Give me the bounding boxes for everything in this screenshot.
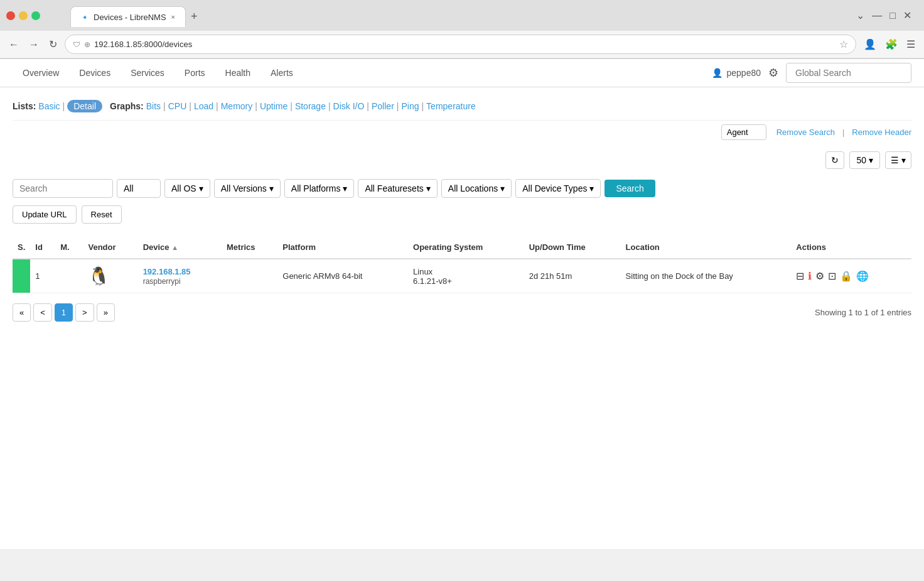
col-device[interactable]: Device ▲: [138, 236, 222, 259]
all-os-dropdown[interactable]: All OS ▾: [164, 179, 210, 198]
search-input[interactable]: [13, 179, 113, 198]
current-page-button[interactable]: 1: [55, 303, 73, 322]
new-tab-button[interactable]: +: [187, 6, 201, 27]
graph-temperature-link[interactable]: Temperature: [426, 101, 476, 111]
all-locations-label: All Locations: [448, 183, 498, 193]
close-icon[interactable]: ✕: [903, 9, 911, 21]
graph-cpu-link[interactable]: CPU: [168, 101, 187, 111]
minimize-icon[interactable]: —: [872, 10, 882, 21]
graphs-label: Graphs:: [110, 101, 144, 111]
global-search-input[interactable]: [786, 63, 911, 83]
graph-memory-link[interactable]: Memory: [221, 101, 253, 111]
graph-diskio-link[interactable]: Disk I/O: [333, 101, 365, 111]
sort-device-icon: ▲: [171, 244, 178, 251]
lock-icon[interactable]: 🔒: [840, 270, 852, 282]
all-platforms-label: All Platforms: [291, 183, 341, 193]
bookmark-button[interactable]: ☆: [839, 38, 848, 50]
pagination-row: « < 1 > » Showing 1 to 1 of 1 entries: [13, 293, 911, 324]
last-page-button[interactable]: »: [97, 303, 115, 322]
prev-page-button[interactable]: <: [33, 303, 52, 322]
back-button[interactable]: ←: [6, 36, 21, 53]
device-overview-icon[interactable]: ⊟: [796, 270, 804, 282]
search-button[interactable]: Search: [604, 180, 655, 197]
first-page-button[interactable]: «: [13, 303, 31, 322]
graph-bits-link[interactable]: Bits: [146, 101, 161, 111]
graph-ping-link[interactable]: Ping: [401, 101, 419, 111]
username: peppe80: [726, 68, 761, 78]
all-featuresets-label: All Featuresets: [365, 183, 423, 193]
filter-row: All All OS ▾ All Versions ▾ All Platform…: [13, 174, 911, 203]
col-platform: Platform: [277, 236, 408, 259]
device-ip-link[interactable]: 192.168.1.85: [143, 267, 217, 276]
user-menu-button[interactable]: 👤 peppe80: [712, 68, 761, 78]
sep1: |: [63, 101, 65, 111]
showing-text: Showing 1 to 1 of 1 entries: [815, 308, 911, 317]
next-page-button[interactable]: >: [75, 303, 94, 322]
nav-overview[interactable]: Overview: [13, 59, 69, 87]
sep9: |: [397, 101, 399, 111]
per-page-button[interactable]: 50 ▾: [849, 151, 880, 169]
remove-search-link[interactable]: Remove Search: [776, 128, 835, 137]
nav-ports[interactable]: Ports: [175, 59, 215, 87]
device-settings-icon[interactable]: ⚙: [815, 270, 824, 282]
reload-button[interactable]: ↻: [46, 36, 60, 53]
forward-button[interactable]: →: [26, 36, 41, 53]
graph-storage-link[interactable]: Storage: [295, 101, 326, 111]
columns-button[interactable]: ☰ ▾: [885, 151, 911, 169]
menu-button[interactable]: ☰: [904, 36, 918, 53]
close-window-button[interactable]: [6, 11, 15, 20]
close-tab-button[interactable]: ×: [170, 13, 176, 21]
remove-header-link[interactable]: Remove Header: [852, 128, 911, 137]
graph-load-link[interactable]: Load: [194, 101, 213, 111]
nav-health[interactable]: Health: [215, 59, 261, 87]
shield-icon: 🛡: [73, 40, 80, 49]
col-metrics: Metrics: [222, 236, 277, 259]
col-id: Id: [30, 236, 55, 259]
nav-alerts[interactable]: Alerts: [261, 59, 303, 87]
firefox-account-button[interactable]: 👤: [861, 36, 879, 53]
graph-uptime-link[interactable]: Uptime: [260, 101, 287, 111]
list-detail-link[interactable]: Detail: [67, 100, 102, 112]
sep5: |: [255, 101, 257, 111]
os-name: Linux: [413, 267, 519, 276]
device-table: S. Id M. Vendor Device ▲ Metrics Platfor…: [13, 236, 911, 293]
all-featuresets-dropdown[interactable]: All Featuresets ▾: [358, 179, 437, 198]
update-url-button[interactable]: Update URL: [13, 205, 77, 224]
nav-right: 👤 peppe80 ⚙: [712, 63, 911, 83]
active-tab[interactable]: 🔹 Devices - LibreNMS ×: [70, 6, 186, 27]
reset-button[interactable]: Reset: [82, 205, 122, 224]
columns-caret-icon: ▾: [901, 155, 906, 165]
settings-button[interactable]: ⚙: [768, 66, 778, 80]
refresh-button[interactable]: ↻: [825, 151, 844, 169]
actions-group: ⊟ ℹ ⚙ ⊡ 🔒 🌐: [796, 270, 906, 282]
lists-label: Lists:: [13, 101, 36, 111]
restore-icon[interactable]: □: [889, 10, 896, 21]
all-platforms-dropdown[interactable]: All Platforms ▾: [284, 179, 355, 198]
tab-bar: 🔹 Devices - LibreNMS × +: [45, 4, 201, 27]
terminal-icon[interactable]: ⊡: [828, 270, 836, 282]
list-basic-link[interactable]: Basic: [38, 101, 60, 111]
os-version: 6.1.21-v8+: [413, 276, 519, 286]
maximize-window-button[interactable]: [31, 11, 40, 20]
globe-icon[interactable]: 🌐: [856, 270, 869, 282]
table-row: 1 🐧 192.168.1.85 raspberrypi Generic ARM…: [13, 259, 911, 293]
all-versions-dropdown[interactable]: All Versions ▾: [214, 179, 281, 198]
all-locations-dropdown[interactable]: All Locations ▾: [441, 179, 512, 198]
extensions-button[interactable]: 🧩: [883, 36, 900, 53]
nav-devices[interactable]: Devices: [69, 59, 121, 87]
alert-icon[interactable]: ℹ: [808, 270, 812, 282]
agent-select[interactable]: Agent: [721, 124, 766, 140]
browser-titlebar: 🔹 Devices - LibreNMS × + ⌄ — □ ✕: [0, 0, 924, 31]
url-bar[interactable]: 🛡 ⊕ 192.168.1.85:8000/devices ☆: [65, 35, 856, 54]
minimize-window-button[interactable]: [19, 11, 28, 20]
table-body: 1 🐧 192.168.1.85 raspberrypi Generic ARM…: [13, 259, 911, 293]
col-status: S.: [13, 236, 30, 259]
all-select[interactable]: All: [117, 179, 161, 198]
all-device-types-dropdown[interactable]: All Device Types ▾: [515, 179, 601, 198]
col-actions: Actions: [791, 236, 911, 259]
sep6: |: [290, 101, 293, 111]
url-text: 192.168.1.85:8000/devices: [94, 40, 835, 49]
sep3: |: [189, 101, 191, 111]
graph-poller-link[interactable]: Poller: [372, 101, 394, 111]
nav-services[interactable]: Services: [121, 59, 175, 87]
